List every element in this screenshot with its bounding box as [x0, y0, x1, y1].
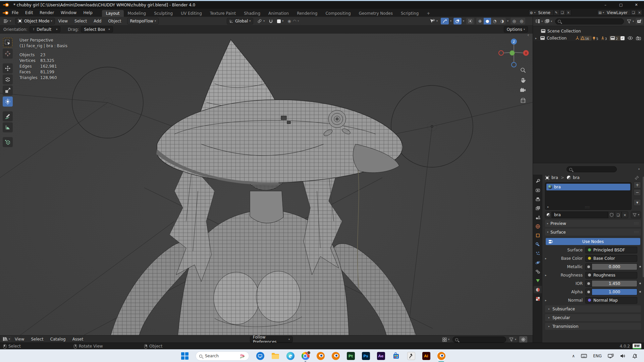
outliner-empty-area[interactable] [533, 41, 644, 163]
normal-field[interactable]: Normal Map [585, 297, 637, 304]
asset-menu-select[interactable]: Select [28, 335, 47, 343]
expand-icon[interactable]: ▸ [534, 37, 538, 40]
tool-annotate[interactable] [3, 111, 13, 121]
tab-texture[interactable] [534, 295, 542, 302]
asset-menu-view[interactable]: View [11, 335, 28, 343]
panel-surface[interactable]: ▾ Surface :::: [545, 229, 641, 236]
outliner-editor-type-button[interactable]: ▾ [534, 18, 544, 25]
app-file-explorer[interactable] [271, 352, 279, 360]
tray-language[interactable]: ENG [593, 354, 602, 358]
asset-settings-button[interactable] [519, 336, 527, 343]
new-viewlayer-button[interactable]: ❏ [631, 10, 636, 15]
shading-material-button[interactable]: ◔ [491, 18, 498, 24]
overlays-toggle[interactable] [453, 18, 462, 24]
menu-view[interactable]: View [55, 17, 71, 25]
menu-select[interactable]: Select [71, 17, 90, 25]
tab-compositing[interactable]: Compositing [321, 10, 355, 17]
minimize-button[interactable]: – [598, 1, 613, 9]
panel-grip[interactable]: :::: [634, 231, 639, 234]
base-color-field[interactable]: Base Color [585, 255, 637, 262]
blender-menu-icon[interactable] [3, 11, 8, 15]
tab-tool[interactable] [534, 177, 542, 185]
retopoflow-menu[interactable]: RetopoFlow ▾ [127, 18, 159, 24]
app-pc-monitor[interactable] [256, 352, 264, 360]
app-chrome[interactable] [301, 352, 310, 360]
browse-material-button[interactable] [545, 212, 552, 218]
maximize-button[interactable]: ▢ [613, 1, 629, 9]
app-microsoft-store[interactable] [392, 352, 400, 360]
tab-shading[interactable]: Shading [240, 10, 264, 17]
tab-object[interactable] [534, 232, 542, 239]
app-edge[interactable] [286, 352, 294, 360]
tab-texture-paint[interactable]: Texture Paint [206, 10, 240, 17]
tool-add-primitive[interactable] [3, 137, 13, 147]
tab-object-data[interactable] [534, 277, 542, 284]
outliner-filter-button[interactable]: ▾ [626, 18, 635, 25]
add-workspace-button[interactable]: + [423, 10, 434, 17]
shading-dropdown[interactable]: ▾ [507, 20, 508, 22]
selectable-checkbox[interactable]: ✓ [621, 36, 625, 40]
gizmo-toggle[interactable] [441, 18, 449, 24]
menu-object[interactable]: Object [105, 17, 124, 25]
remove-slot-button[interactable]: − [634, 189, 641, 196]
tab-uv-editing[interactable]: UV Editing [177, 10, 206, 17]
hide-eye-icon[interactable] [628, 36, 633, 40]
slot-list-expand-icon[interactable]: ▸ [547, 205, 549, 208]
display-mode-dropdown[interactable]: ▾ [441, 336, 450, 343]
menu-file[interactable]: File [8, 9, 22, 17]
gizmo-y-axis[interactable] [510, 51, 515, 56]
asset-menu-catalog[interactable]: Catalog [47, 335, 69, 343]
touch-keyboard-icon[interactable] [581, 354, 587, 358]
tab-output[interactable] [534, 195, 542, 203]
fake-user-shield-button[interactable] [608, 212, 615, 218]
shading-rendered-button[interactable]: ◑ [498, 18, 506, 24]
tool-select-box[interactable] [3, 38, 13, 48]
outliner-search-input[interactable] [555, 18, 624, 24]
snap-pivot-dropdown[interactable]: ▾ [255, 18, 267, 24]
shading-wireframe-button[interactable]: ⊕ [476, 18, 484, 24]
import-method-dropdown[interactable]: Follow Preferences ▾ [250, 336, 293, 343]
camera-view-button[interactable] [519, 86, 527, 95]
mode-dropdown[interactable]: Object Mode ▾ [15, 18, 55, 24]
outliner-row-collection[interactable]: ▸ Collection 16 5 3 [534, 35, 644, 42]
unlink-material-button[interactable]: × [622, 212, 628, 218]
start-button[interactable] [180, 352, 189, 360]
tab-rendering[interactable]: Rendering [293, 10, 321, 17]
material-slot-selected[interactable]: bra [546, 184, 630, 190]
metallic-socket[interactable] [585, 263, 592, 270]
app-blender-2[interactable] [331, 352, 340, 360]
tab-modeling[interactable]: Modeling [124, 10, 150, 17]
viewport-3d-canvas[interactable]: User Perspective (1) face_rig | bra : Ba… [0, 34, 533, 335]
menu-window[interactable]: Window [57, 9, 80, 17]
zoom-button[interactable] [519, 66, 527, 74]
viewlayer-name[interactable]: ViewLayer [604, 10, 630, 15]
animate-dot-icon[interactable] [639, 291, 641, 293]
proportional-editing-toggle[interactable]: ◉ ◠ ▾ [285, 18, 301, 24]
orientation-dropdown[interactable]: ↑ Default ▾ [30, 26, 60, 33]
asset-menu-asset[interactable]: Asset [69, 335, 87, 343]
menu-help[interactable]: Help [80, 9, 96, 17]
transform-orientation-dropdown[interactable]: Global ▾ [227, 18, 253, 24]
app-photoshop[interactable]: Ps [362, 352, 370, 360]
ior-socket[interactable] [585, 280, 592, 287]
close-button[interactable]: ✕ [629, 1, 644, 9]
new-scene-button[interactable]: ❏ [559, 10, 565, 15]
tab-layout[interactable]: Layout [102, 10, 124, 17]
pan-hand-button[interactable] [519, 76, 527, 84]
options-dropdown[interactable]: Options ▾ [504, 26, 528, 33]
tool-measure[interactable] [3, 122, 13, 132]
gizmo-z-neg[interactable] [512, 62, 516, 67]
animate-dot-icon[interactable] [639, 283, 641, 284]
asset-search-input[interactable] [452, 337, 506, 343]
asset-editor-type-button[interactable]: ▾ [1, 336, 11, 343]
use-nodes-button[interactable]: Use Nodes [546, 238, 640, 245]
menu-add[interactable]: Add [90, 17, 105, 25]
tab-particles[interactable] [534, 250, 542, 257]
material-slot-list[interactable]: bra ▸ :::: [545, 182, 632, 210]
surface-shader-field[interactable]: Principled BSDF [585, 247, 637, 253]
xray-toggle[interactable] [466, 18, 474, 24]
tab-geometry-nodes[interactable]: Geometry Nodes [355, 10, 397, 17]
volume-icon[interactable] [620, 354, 626, 358]
remove-viewlayer-button[interactable]: × [637, 10, 642, 15]
tool-transform[interactable] [3, 97, 13, 107]
